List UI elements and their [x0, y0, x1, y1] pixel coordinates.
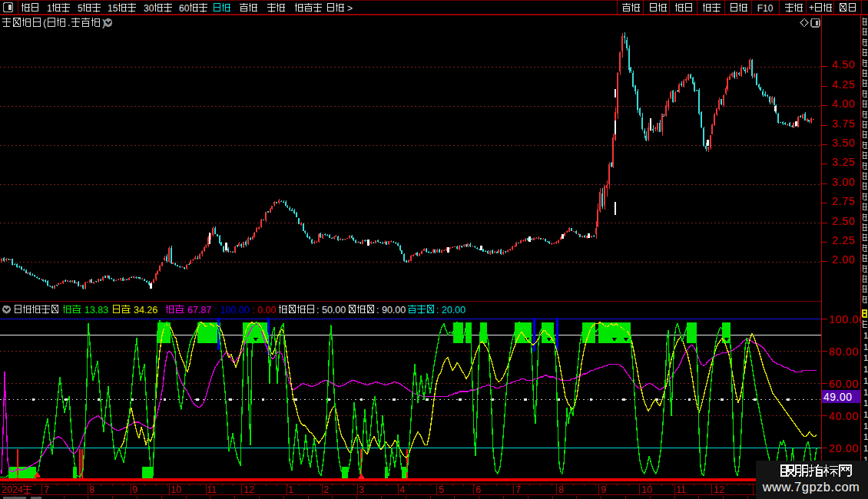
svg-text:: 100.00: : 100.00	[215, 305, 250, 316]
svg-text:4.00: 4.00	[832, 97, 855, 110]
svg-text:1: 1	[863, 432, 868, 441]
svg-text:1: 1	[47, 3, 52, 14]
svg-text:: 20.00: : 20.00	[436, 305, 465, 316]
svg-text:: 50.00: : 50.00	[316, 305, 346, 316]
svg-text:+: +	[809, 2, 814, 13]
svg-text:: 13.83: : 13.83	[79, 305, 108, 316]
svg-text:1: 1	[863, 342, 868, 352]
svg-text:2.00: 2.00	[832, 253, 855, 266]
svg-text:12: 12	[244, 484, 254, 495]
svg-text:.: .	[68, 17, 71, 28]
svg-text:5: 5	[439, 484, 444, 495]
svg-text:1: 1	[288, 484, 293, 495]
svg-text:10: 10	[171, 484, 181, 495]
svg-text:7: 7	[44, 484, 49, 495]
svg-text:6: 6	[475, 484, 481, 495]
svg-text:40.00: 40.00	[829, 410, 859, 422]
svg-text:15: 15	[108, 3, 118, 14]
svg-text:F10: F10	[757, 3, 774, 14]
svg-text:4: 4	[399, 484, 405, 495]
svg-text:>: >	[347, 3, 353, 14]
svg-text:(: (	[43, 17, 47, 28]
svg-text:3: 3	[359, 484, 364, 495]
svg-text:1: 1	[863, 410, 868, 419]
svg-text:12: 12	[714, 484, 724, 495]
svg-text:100.00: 100.00	[829, 313, 866, 326]
svg-text:4.50: 4.50	[832, 58, 855, 71]
svg-text:5: 5	[78, 3, 83, 14]
svg-text:2024: 2024	[2, 484, 23, 495]
svg-text:1: 1	[863, 421, 868, 431]
svg-text:11: 11	[676, 484, 686, 495]
svg-text:: 90.00: : 90.00	[376, 305, 406, 316]
svg-text:1: 1	[863, 353, 868, 362]
svg-text:: 0.00: : 0.00	[252, 305, 276, 316]
svg-text:9: 9	[132, 484, 137, 495]
svg-text:60.00: 60.00	[829, 378, 859, 390]
svg-text:4.25: 4.25	[832, 78, 855, 91]
svg-text:49.00: 49.00	[823, 391, 853, 403]
svg-text:: 67.87: : 67.87	[182, 305, 211, 316]
svg-text:3.75: 3.75	[832, 117, 855, 130]
svg-text:3.00: 3.00	[832, 176, 855, 188]
svg-text:2.25: 2.25	[832, 234, 855, 246]
svg-text:20.00: 20.00	[829, 442, 859, 454]
svg-text:1: 1	[863, 388, 868, 397]
svg-text:8: 8	[89, 484, 94, 495]
svg-text:8: 8	[558, 484, 564, 495]
svg-text:1: 1	[863, 365, 868, 374]
svg-text:1: 1	[863, 398, 868, 408]
svg-text:11: 11	[207, 484, 217, 495]
svg-text:2.50: 2.50	[832, 215, 855, 227]
svg-text:7: 7	[515, 484, 521, 495]
svg-text:3.25: 3.25	[832, 156, 855, 168]
svg-text:: 34.26: : 34.26	[128, 305, 157, 316]
svg-text:www.7gpzb.com: www.7gpzb.com	[762, 480, 860, 494]
svg-text:2: 2	[323, 484, 329, 495]
svg-text:1: 1	[863, 444, 868, 453]
svg-text:2.75: 2.75	[832, 195, 855, 207]
svg-text:30: 30	[144, 3, 154, 14]
svg-text:10: 10	[641, 484, 652, 495]
svg-text:80.00: 80.00	[829, 345, 859, 358]
svg-text:1: 1	[863, 376, 868, 385]
svg-text:60: 60	[179, 3, 190, 14]
svg-text:9: 9	[601, 484, 606, 495]
svg-text:1: 1	[863, 331, 868, 340]
svg-text:3.50: 3.50	[832, 137, 855, 149]
